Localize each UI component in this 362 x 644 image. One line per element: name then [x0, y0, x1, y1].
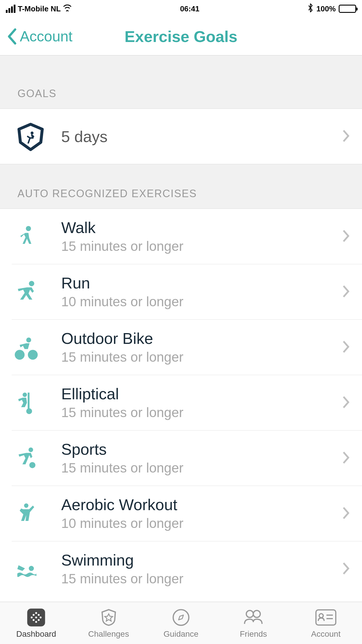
bike-icon [12, 333, 41, 362]
exercise-row-elliptical[interactable]: Elliptical 15 minutes or longer [0, 375, 362, 430]
exercise-list: Walk 15 minutes or longer Run 10 minutes… [0, 209, 362, 597]
exercise-name: Outdoor Bike [61, 330, 350, 347]
section-header-goals: GOALS [0, 55, 362, 109]
guidance-icon [171, 607, 191, 628]
walk-icon [12, 222, 41, 251]
svg-point-22 [35, 621, 37, 623]
exercise-name: Run [61, 274, 350, 292]
chevron-right-icon [342, 451, 350, 466]
section-header-auto: AUTO RECOGNIZED EXERCISES [0, 164, 362, 209]
svg-rect-26 [316, 610, 336, 625]
exercise-row-bike[interactable]: Outdoor Bike 15 minutes or longer [0, 320, 362, 375]
bluetooth-icon [307, 3, 313, 15]
chevron-right-icon [342, 229, 350, 244]
exercise-subtitle: 15 minutes or longer [61, 238, 350, 254]
friends-icon [242, 607, 265, 628]
back-button[interactable]: Account [0, 28, 73, 45]
tab-friends[interactable]: Friends [217, 602, 289, 644]
chevron-right-icon [342, 129, 350, 144]
svg-point-6 [23, 393, 27, 397]
svg-point-21 [38, 619, 40, 621]
svg-point-16 [38, 614, 40, 616]
svg-point-1 [26, 226, 31, 231]
tab-label: Friends [240, 629, 267, 639]
elliptical-icon [12, 388, 41, 417]
svg-point-0 [31, 132, 34, 134]
exercise-subtitle: 10 minutes or longer [61, 294, 350, 309]
svg-rect-7 [28, 393, 29, 410]
battery-icon [339, 5, 356, 13]
chevron-right-icon [342, 561, 350, 577]
exercise-subtitle: 15 minutes or longer [61, 349, 350, 365]
exercise-name: Elliptical [61, 385, 350, 402]
exercise-row-run[interactable]: Run 10 minutes or longer [0, 264, 362, 320]
chevron-right-icon [342, 395, 350, 410]
svg-point-23 [173, 610, 189, 625]
tab-bar: Dashboard Challenges Guidance Friends Ac… [0, 602, 362, 644]
exercise-row-aerobic[interactable]: Aerobic Workout 10 minutes or longer [0, 486, 362, 541]
svg-point-4 [28, 350, 38, 360]
swimming-icon [12, 554, 41, 584]
exercise-name: Swimming [61, 552, 350, 569]
svg-point-12 [29, 566, 34, 571]
svg-point-10 [29, 462, 36, 468]
clock: 06:41 [180, 4, 200, 13]
challenges-icon [99, 607, 118, 628]
run-icon [12, 277, 41, 307]
tab-label: Challenges [88, 629, 129, 639]
exercise-subtitle: 15 minutes or longer [61, 460, 350, 476]
svg-point-20 [33, 619, 35, 621]
svg-point-27 [319, 614, 323, 618]
battery-percent: 100% [316, 4, 336, 13]
goal-row[interactable]: 5 days [0, 109, 362, 164]
chevron-right-icon [342, 340, 350, 355]
dashboard-icon [26, 607, 46, 628]
svg-point-15 [33, 614, 35, 616]
chevron-right-icon [342, 506, 350, 521]
svg-point-14 [35, 612, 37, 614]
account-icon [315, 607, 337, 628]
tab-account[interactable]: Account [290, 602, 362, 644]
tab-label: Guidance [164, 629, 198, 639]
aerobic-icon [12, 499, 41, 528]
svg-point-2 [29, 281, 34, 286]
carrier-label: T-Mobile NL [18, 4, 61, 13]
tab-dashboard[interactable]: Dashboard [0, 602, 72, 644]
exercise-subtitle: 15 minutes or longer [61, 405, 350, 420]
svg-point-5 [26, 337, 31, 342]
exercise-subtitle: 15 minutes or longer [61, 571, 350, 587]
svg-point-17 [31, 617, 33, 619]
exercise-row-swimming[interactable]: Swimming 15 minutes or longer [0, 541, 362, 597]
nav-bar: Account Exercise Goals [0, 18, 362, 55]
svg-point-9 [29, 447, 33, 452]
svg-point-11 [24, 503, 29, 508]
exercise-name: Sports [61, 441, 350, 458]
svg-point-8 [26, 408, 32, 414]
status-bar: T-Mobile NL 06:41 100% [0, 0, 362, 18]
wifi-icon [63, 4, 72, 13]
tab-label: Dashboard [16, 629, 56, 639]
status-right: 100% [307, 3, 356, 15]
signal-icon [6, 5, 15, 13]
back-label: Account [20, 28, 73, 45]
exercise-row-walk[interactable]: Walk 15 minutes or longer [0, 209, 362, 264]
svg-point-25 [253, 610, 260, 617]
tab-guidance[interactable]: Guidance [145, 602, 217, 644]
tab-challenges[interactable]: Challenges [72, 602, 145, 644]
goal-value: 5 days [61, 127, 108, 146]
tab-label: Account [311, 629, 340, 639]
svg-point-18 [35, 617, 37, 619]
exercise-row-sports[interactable]: Sports 15 minutes or longer [0, 430, 362, 486]
svg-point-3 [15, 350, 25, 360]
sports-icon [12, 444, 41, 473]
goal-badge-icon [15, 120, 47, 153]
exercise-name: Aerobic Workout [61, 496, 350, 513]
exercise-subtitle: 10 minutes or longer [61, 515, 350, 531]
status-left: T-Mobile NL [6, 4, 72, 13]
svg-point-19 [40, 617, 42, 619]
svg-point-24 [246, 610, 253, 617]
chevron-right-icon [342, 284, 350, 300]
exercise-name: Walk [61, 219, 350, 236]
